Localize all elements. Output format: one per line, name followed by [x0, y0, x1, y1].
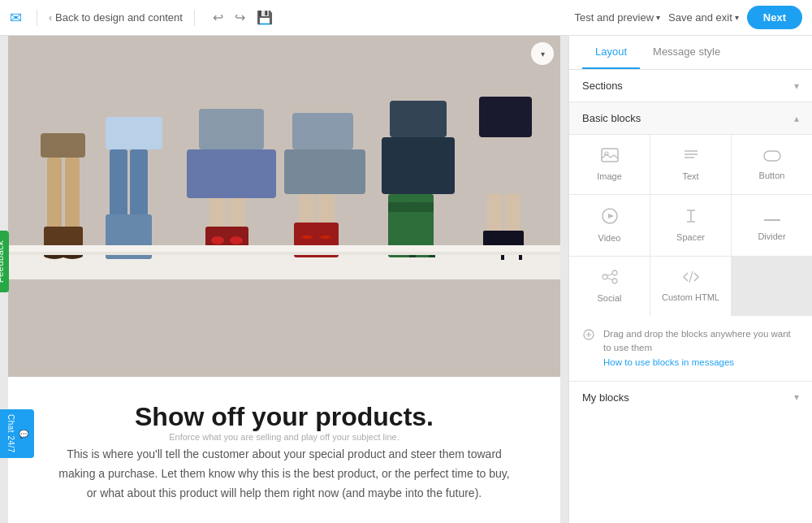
- svg-rect-29: [382, 137, 455, 194]
- drag-hint-link[interactable]: How to use blocks in messages: [603, 357, 734, 367]
- fashion-scene-svg: [8, 36, 560, 377]
- right-panel: Layout Message style Sections ▾ Basic bl…: [568, 36, 812, 523]
- drag-hint-text: Drag and drop the blocks anywhere you wa…: [603, 327, 799, 370]
- drag-hint-icon: [582, 328, 595, 344]
- block-item-text[interactable]: Text: [650, 135, 731, 194]
- svg-point-59: [603, 274, 607, 279]
- toolbar-right: Test and preview ▾ Save and exit ▾ Next: [574, 6, 802, 29]
- svg-line-62: [607, 274, 612, 276]
- save-exit-button[interactable]: Save and exit ▾: [668, 11, 739, 24]
- block-item-button[interactable]: Button: [732, 135, 812, 194]
- hero-body: This is where you'll tell the customer a…: [57, 445, 512, 503]
- my-blocks-chevron-icon: ▾: [794, 391, 799, 403]
- undo-button[interactable]: ↩: [209, 6, 227, 28]
- svg-rect-38: [479, 97, 532, 137]
- toolbar-divider-1: [37, 10, 37, 26]
- svg-rect-46: [8, 252, 560, 255]
- image-block-icon: [601, 148, 619, 166]
- feedback-tab[interactable]: Feedback: [0, 231, 9, 292]
- image-block-label: Image: [597, 171, 622, 181]
- spacer-block-icon: [683, 209, 699, 227]
- svg-point-61: [612, 279, 617, 283]
- canvas: ▾ Enforce what you are selling and play …: [0, 36, 568, 523]
- svg-rect-52: [764, 151, 780, 161]
- chat-icon: 💬: [19, 429, 28, 439]
- block-item-custom-html[interactable]: Custom HTML: [650, 257, 731, 316]
- next-button[interactable]: Next: [747, 6, 802, 29]
- social-block-label: Social: [598, 293, 622, 303]
- custom-html-block-icon: [682, 270, 700, 287]
- block-item-social[interactable]: Social: [569, 257, 650, 316]
- tab-message-style[interactable]: Message style: [640, 36, 733, 69]
- basic-blocks-label: Basic blocks: [582, 112, 641, 124]
- svg-rect-9: [106, 117, 162, 149]
- chat-tab[interactable]: 💬 Chat 24/7: [0, 409, 34, 458]
- basic-blocks-header[interactable]: Basic blocks ▴: [569, 102, 812, 135]
- text-block-icon: [683, 148, 699, 166]
- svg-rect-28: [390, 101, 447, 137]
- hero-text-section: Enforce what you are selling and play of…: [8, 377, 560, 523]
- svg-rect-47: [602, 149, 618, 162]
- button-block-icon: [763, 149, 781, 166]
- sections-row[interactable]: Sections ▾: [569, 70, 812, 102]
- sections-chevron-icon: ▾: [794, 80, 799, 92]
- app-logo-icon: ✉: [10, 9, 22, 27]
- spacer-block-label: Spacer: [676, 232, 705, 242]
- svg-rect-14: [199, 109, 264, 149]
- hero-dropdown-button[interactable]: ▾: [531, 42, 554, 65]
- text-block-label: Text: [682, 171, 698, 181]
- svg-line-63: [607, 279, 612, 280]
- divider-block-label: Divider: [758, 231, 785, 241]
- svg-marker-54: [608, 214, 614, 218]
- sections-label: Sections: [582, 80, 623, 92]
- block-item-image[interactable]: Image: [569, 135, 650, 194]
- toolbar-actions: ↩ ↪ 💾: [209, 6, 276, 28]
- save-icon-button[interactable]: 💾: [253, 6, 276, 28]
- svg-rect-22: [292, 113, 353, 149]
- hero-image: ▾: [8, 36, 560, 377]
- hero-title: Show off your products.: [57, 401, 512, 432]
- panel-tabs: Layout Message style: [569, 36, 812, 70]
- drag-hint: Drag and drop the blocks anywhere you wa…: [569, 316, 812, 382]
- blocks-grid: Image Text Button Video: [569, 135, 812, 316]
- main-area: ▾ Enforce what you are selling and play …: [0, 36, 812, 523]
- redo-button[interactable]: ↪: [231, 6, 248, 28]
- custom-html-block-label: Custom HTML: [662, 292, 719, 302]
- video-block-icon: [602, 208, 618, 228]
- test-preview-button[interactable]: Test and preview ▾: [574, 11, 660, 24]
- chat-label: Chat 24/7: [6, 414, 15, 453]
- svg-rect-2: [41, 133, 85, 158]
- canvas-inner: ▾ Enforce what you are selling and play …: [8, 36, 560, 523]
- social-block-icon: [601, 270, 619, 288]
- back-arrow-icon: ‹: [49, 12, 52, 24]
- my-blocks-row[interactable]: My blocks ▾: [569, 382, 812, 413]
- toolbar: ✉ ‹ Back to design and content ↩ ↪ 💾 Tes…: [0, 0, 812, 36]
- save-exit-chevron-icon: ▾: [735, 13, 739, 22]
- svg-rect-23: [284, 149, 365, 194]
- svg-rect-45: [8, 245, 560, 252]
- svg-rect-15: [187, 149, 276, 198]
- video-block-label: Video: [598, 233, 621, 243]
- svg-rect-0: [8, 36, 560, 377]
- block-item-divider[interactable]: Divider: [732, 195, 812, 256]
- svg-point-21: [230, 236, 243, 244]
- block-item-spacer[interactable]: Spacer: [650, 195, 731, 256]
- button-block-label: Button: [759, 171, 785, 180]
- svg-point-20: [211, 236, 224, 244]
- fashion-scene: [8, 36, 560, 377]
- svg-line-64: [689, 271, 693, 283]
- block-item-video[interactable]: Video: [569, 195, 650, 256]
- back-button[interactable]: ‹ Back to design and content: [49, 11, 183, 24]
- my-blocks-label: My blocks: [582, 391, 629, 404]
- divider-block-icon: [763, 210, 781, 227]
- tab-layout[interactable]: Layout: [582, 36, 640, 69]
- svg-point-60: [612, 270, 617, 275]
- test-preview-chevron-icon: ▾: [656, 13, 660, 22]
- basic-blocks-chevron-icon: ▴: [794, 113, 799, 124]
- hero-caption: Enforce what you are selling and play of…: [0, 432, 568, 442]
- svg-rect-35: [408, 202, 434, 212]
- toolbar-divider-2: [194, 10, 195, 26]
- back-label: Back to design and content: [55, 11, 183, 24]
